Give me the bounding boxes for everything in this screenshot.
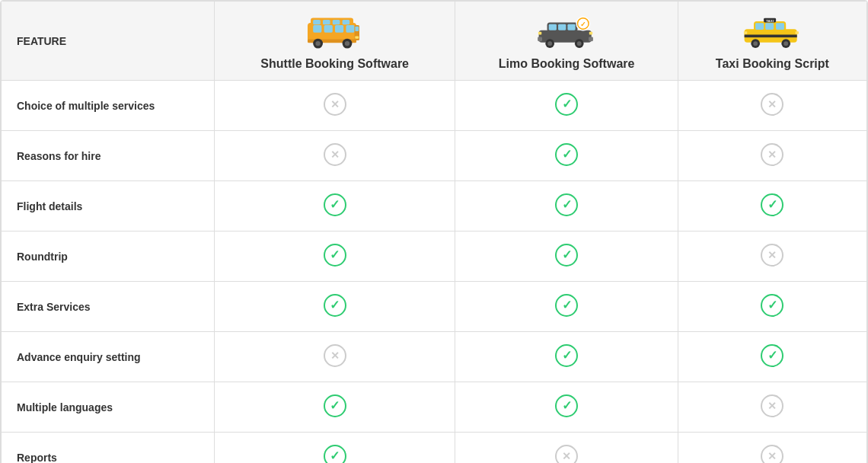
check-yes-icon [761,193,783,216]
table-header-row: FEATURE [2,2,867,81]
table-row: Advance enquiry setting [2,332,867,382]
taxi-value-cell [678,282,866,332]
svg-point-45 [784,41,789,46]
svg-point-12 [315,41,320,46]
table-row: Reports [2,433,867,464]
comparison-table: FEATURE [0,0,868,463]
limo-value-cell [455,81,678,131]
feature-label: FEATURE [17,35,66,47]
taxi-value-cell [678,332,866,382]
feature-name-cell: Roundtrip [2,232,215,282]
check-no-icon [761,394,783,417]
svg-rect-24 [589,37,593,41]
limo-value-cell [455,382,678,433]
shuttle-value-cell [215,131,455,181]
feature-name-cell: Flight details [2,181,215,232]
check-no-icon [324,344,346,367]
limo-value-cell [455,332,678,382]
table-row: Extra Services [2,282,867,332]
table-row: Flight details [2,181,867,232]
taxi-column-title: Taxi Booking Script [685,57,860,71]
taxi-value-cell [678,131,866,181]
shuttle-value-cell [215,433,455,464]
svg-rect-41 [745,35,797,38]
check-no-icon [761,143,783,166]
svg-point-43 [754,41,758,46]
feature-name-cell: Choice of multiple services [2,81,215,131]
svg-rect-21 [558,24,566,30]
svg-rect-46 [796,31,799,34]
table-body: Choice of multiple servicesReasons for h… [2,81,867,464]
check-yes-icon [761,344,783,367]
svg-rect-47 [744,31,747,34]
feature-name-cell: Reasons for hire [2,131,215,181]
limo-value-cell [455,433,678,464]
check-yes-icon [555,294,578,317]
feature-name-cell: Advance enquiry setting [2,332,215,382]
limo-column-header: ✓ Limo Booking Software [455,2,678,81]
feature-name-cell: Reports [2,433,215,464]
svg-text:TAXI: TAXI [767,19,774,23]
check-yes-icon [555,93,578,116]
table-row: Roundtrip [2,232,867,282]
svg-rect-5 [342,20,349,24]
svg-rect-7 [324,25,332,33]
taxi-value-cell [678,382,866,433]
taxi-icon: TAXI [742,11,803,53]
table-row: Multiple languages [2,382,867,433]
check-yes-icon [761,294,783,317]
check-yes-icon [555,244,578,267]
svg-rect-40 [776,23,784,30]
limo-value-cell [455,232,678,282]
svg-rect-30 [538,32,541,35]
svg-rect-6 [313,25,321,33]
shuttle-icon [305,11,365,53]
check-no-icon [324,93,346,116]
check-yes-icon [555,344,578,367]
check-no-icon [761,244,783,267]
shuttle-icon-container [221,11,448,53]
svg-rect-8 [335,25,343,33]
shuttle-value-cell [215,232,455,282]
limo-value-cell [455,131,678,181]
feature-name-cell: Extra Services [2,282,215,332]
check-yes-icon [324,193,346,216]
taxi-value-cell [678,232,866,282]
check-yes-icon [324,445,346,463]
svg-point-28 [577,41,582,46]
svg-rect-23 [538,37,542,41]
svg-rect-22 [568,24,576,30]
check-yes-icon [324,394,346,417]
svg-rect-38 [756,23,764,30]
svg-rect-16 [355,27,359,31]
check-no-icon [555,445,578,463]
svg-rect-3 [323,20,330,24]
feature-name-cell: Multiple languages [2,382,215,433]
taxi-icon-container: TAXI [685,11,860,53]
limo-column-title: Limo Booking Software [461,57,671,71]
limo-value-cell [455,181,678,232]
limo-icon-container: ✓ [461,11,671,53]
check-yes-icon [324,294,346,317]
limo-icon: ✓ [536,11,597,53]
svg-rect-17 [355,37,359,39]
shuttle-column-title: Shuttle Booking Software [221,57,448,71]
taxi-value-cell [678,433,866,464]
shuttle-column-header: Shuttle Booking Software [215,2,455,81]
table-row: Reasons for hire [2,131,867,181]
taxi-value-cell [678,81,866,131]
limo-value-cell [455,282,678,332]
table-row: Choice of multiple services [2,81,867,131]
shuttle-value-cell [215,81,455,131]
svg-rect-39 [766,23,774,30]
shuttle-value-cell [215,332,455,382]
svg-point-14 [344,41,349,46]
svg-rect-9 [346,25,354,33]
shuttle-value-cell [215,181,455,232]
check-no-icon [761,445,783,463]
check-no-icon [761,93,783,116]
check-yes-icon [555,394,578,417]
svg-text:✓: ✓ [580,21,586,28]
check-yes-icon [555,193,578,216]
svg-rect-2 [313,20,321,24]
